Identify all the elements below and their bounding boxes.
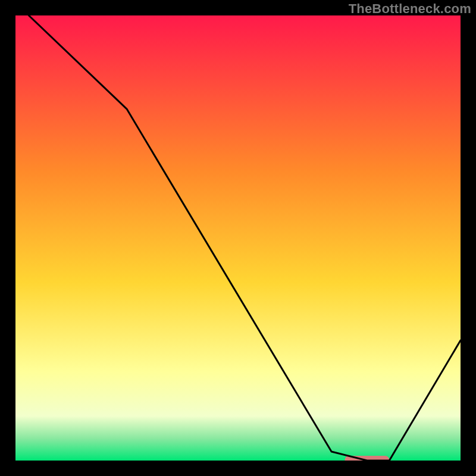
- heatmap-background: [15, 15, 461, 461]
- bottleneck-chart-svg: [0, 0, 476, 476]
- watermark-label: TheBottleneck.com: [349, 1, 471, 17]
- chart-container: TheBottleneck.com: [0, 0, 476, 476]
